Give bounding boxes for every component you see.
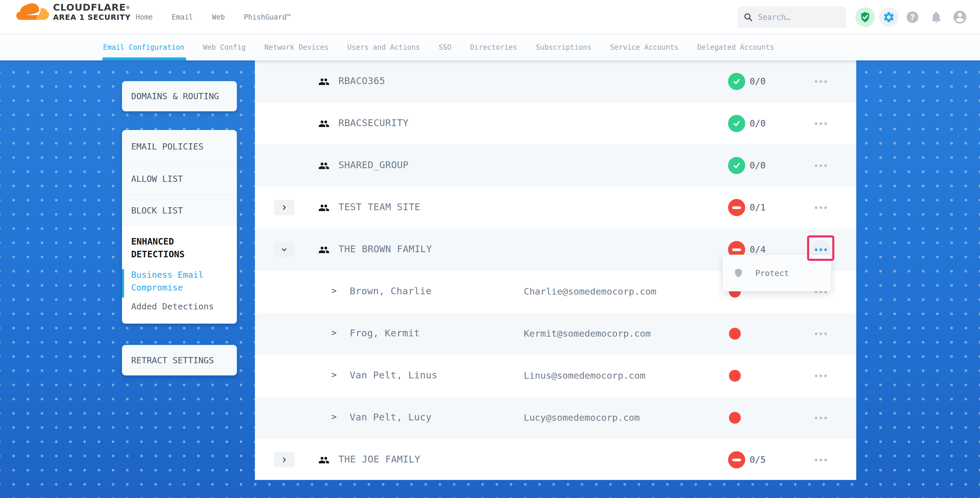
sidebar-item-domains-routing[interactable]: DOMAINS & ROUTING [122, 81, 237, 111]
row-name: TEST TEAM SITE [339, 201, 420, 213]
group-icon [318, 118, 329, 129]
table-row: > TEST TEAM SITE 0/1 [255, 186, 856, 229]
shield-check-icon[interactable] [855, 7, 875, 27]
settings-gear-icon[interactable] [879, 7, 899, 27]
account-icon[interactable] [950, 7, 970, 27]
svg-text:?: ? [910, 13, 915, 22]
table-row: > Frog, Kermit Kermit@somedemocorp.com [255, 313, 856, 355]
help-icon[interactable]: ? [903, 7, 922, 27]
expand-button[interactable] [274, 200, 294, 215]
sidebar-item-block-list[interactable]: BLOCK LIST [122, 195, 237, 226]
row-name: RBACO365 [339, 75, 385, 86]
group-icon [318, 160, 329, 172]
tab-sso[interactable]: SSO [439, 34, 451, 60]
main-nav: HomeEmailWebPhishGuard™ [135, 0, 291, 34]
brand-title: CLOUDFLARE® [53, 2, 130, 13]
status-badge [728, 451, 745, 468]
table-row: > Van Pelt, Lucy Lucy@somedemocorp.com [255, 397, 856, 439]
tab-email-configuration[interactable]: Email Configuration [103, 34, 185, 60]
row-actions-menu[interactable] [811, 72, 830, 91]
status-dot [729, 328, 741, 340]
search-box[interactable] [737, 6, 846, 28]
table-row: > THE JOE FAMILY 0/5 [255, 439, 856, 480]
annotation-highlight [807, 235, 834, 261]
row-name: SHARED_GROUP [339, 159, 409, 170]
sidebar-item-retract-settings[interactable]: RETRACT SETTINGS [122, 345, 237, 375]
search-input[interactable] [758, 13, 835, 22]
sidebar-item-added-detections[interactable]: Added Detections [131, 301, 231, 312]
shield-icon [733, 267, 743, 278]
member-count: 0/0 [750, 118, 766, 129]
nav-item-phishguard-[interactable]: PhishGuard™ [243, 13, 291, 21]
expand-button[interactable] [274, 242, 294, 257]
row-email: Kermit@somedemocorp.com [524, 328, 651, 339]
group-icon [318, 244, 329, 256]
member-count: 0/0 [750, 160, 766, 170]
table-row: > RBACO365 0/0 [255, 60, 856, 102]
nav-item-web[interactable]: Web [212, 13, 225, 21]
row-name: THE JOE FAMILY [339, 453, 420, 465]
row-actions-menu[interactable] [811, 198, 830, 217]
registered-mark: ® [126, 5, 130, 10]
app-header: CLOUDFLARE® AREA 1 SECURITY HomeEmailWeb… [0, 0, 980, 34]
row-name: THE BROWN FAMILY [339, 243, 432, 255]
member-chevron-icon[interactable]: > [331, 328, 337, 338]
status-badge [728, 199, 745, 216]
section-tabbar: Email ConfigurationWeb ConfigNetwork Dev… [0, 34, 980, 60]
brand-subtitle: AREA 1 SECURITY [53, 13, 130, 22]
row-actions-menu[interactable] [811, 408, 830, 428]
tab-network-devices[interactable]: Network Devices [264, 34, 329, 60]
tab-delegated-accounts[interactable]: Delegated Accounts [697, 34, 774, 60]
group-icon [318, 202, 329, 213]
row-actions-menu[interactable] [811, 366, 830, 385]
row-actions-menu[interactable] [811, 324, 830, 344]
row-name: Van Pelt, Lucy [350, 412, 432, 423]
expand-button[interactable] [274, 452, 294, 468]
cloudflare-logo: CLOUDFLARE® AREA 1 SECURITY [16, 2, 130, 22]
row-actions-menu[interactable] [811, 156, 830, 175]
tab-subscriptions[interactable]: Subscriptions [536, 34, 592, 60]
row-email: Lucy@somedemocorp.com [524, 412, 640, 423]
row-name: Brown, Charlie [350, 285, 432, 297]
member-count: 0/1 [750, 202, 766, 213]
sidebar-item-allow-list[interactable]: ALLOW LIST [122, 163, 237, 195]
row-name: Frog, Kermit [350, 328, 420, 339]
status-badge [728, 73, 745, 90]
row-email: Charlie@somedemocorp.com [524, 286, 656, 297]
status-badge [728, 157, 745, 174]
member-count: 0/4 [750, 244, 766, 255]
tab-users-and-actions[interactable]: Users and Actions [347, 34, 420, 60]
table-row: > RBACSECURITY 0/0 [255, 102, 856, 145]
tab-directories[interactable]: Directories [470, 34, 517, 60]
nav-item-email[interactable]: Email [172, 13, 193, 21]
member-chevron-icon[interactable]: > [331, 285, 337, 296]
table-row: > SHARED_GROUP 0/0 [255, 145, 856, 186]
row-actions-menu[interactable] [811, 114, 830, 133]
group-icon [318, 76, 329, 88]
sidebar-item-email-policies[interactable]: EMAIL POLICIES [122, 130, 237, 163]
status-badge [728, 115, 745, 132]
status-dot [729, 370, 741, 382]
row-actions-menu[interactable] [811, 450, 830, 469]
member-chevron-icon[interactable]: > [331, 369, 337, 380]
table-row: > Van Pelt, Linus Linus@somedemocorp.com [255, 355, 856, 397]
sidebar-item-enhanced-detections[interactable]: ENHANCED DETECTIONS [131, 235, 231, 261]
tab-web-config[interactable]: Web Config [203, 34, 246, 60]
nav-item-home[interactable]: Home [135, 13, 153, 21]
page-background: DOMAINS & ROUTING EMAIL POLICIES ALLOW L… [0, 60, 980, 498]
row-email: Linus@somedemocorp.com [524, 370, 646, 381]
group-icon [318, 455, 329, 466]
cloudflare-cloud-icon [16, 2, 49, 22]
context-menu-item-protect[interactable]: Protect [755, 269, 789, 278]
search-icon [744, 13, 752, 22]
row-name: RBACSECURITY [339, 117, 409, 129]
notifications-bell-icon[interactable] [926, 7, 946, 27]
row-name: Van Pelt, Linus [350, 369, 437, 381]
sidebar-item-business-email-compromise[interactable]: Business Email Compromise [131, 269, 231, 294]
member-count: 0/0 [750, 76, 766, 86]
tab-service-accounts[interactable]: Service Accounts [610, 34, 679, 60]
member-chevron-icon[interactable]: > [331, 412, 337, 422]
member-count: 0/5 [750, 455, 766, 465]
status-dot [729, 412, 741, 424]
